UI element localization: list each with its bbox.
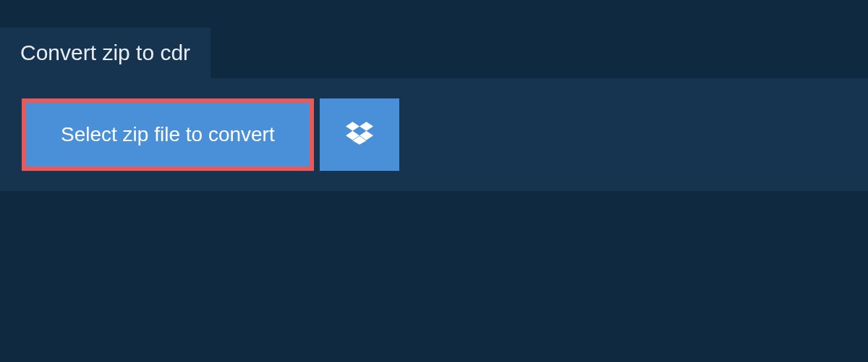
dropbox-icon — [346, 119, 373, 150]
select-file-button[interactable]: Select zip file to convert — [22, 98, 314, 171]
page-title: Convert zip to cdr — [0, 28, 210, 78]
dropbox-button[interactable] — [320, 98, 399, 171]
select-file-label: Select zip file to convert — [61, 123, 275, 146]
action-panel: Select zip file to convert — [0, 78, 868, 191]
converter-widget: Convert zip to cdr Select zip file to co… — [0, 0, 868, 362]
button-row: Select zip file to convert — [22, 98, 399, 171]
